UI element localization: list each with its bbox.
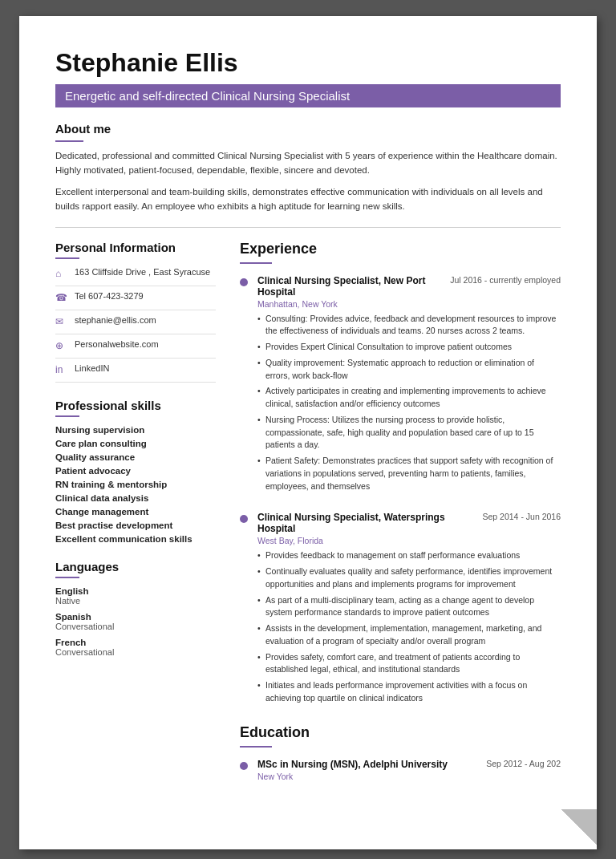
lang-level-french: Conversational: [55, 647, 216, 657]
lang-name-english: English: [55, 586, 216, 596]
exp-location-1: Manhattan, New York: [257, 299, 561, 309]
personal-info-title: Personal Information: [55, 241, 216, 254]
left-column: Personal Information ⌂ 163 Cliffside Dri…: [55, 241, 216, 801]
skill-8: Best practise development: [55, 521, 216, 530]
tagline: Energetic and self-directed Clinical Nur…: [55, 84, 561, 107]
personal-info-underline: [55, 257, 79, 259]
edu-content-1: MSc in Nursing (MSN), Adelphi University…: [257, 759, 561, 785]
bullet-1-3: Quality improvement: Systematic approach…: [257, 357, 561, 383]
contact-website: ⊕ Personalwebsite.com: [55, 339, 216, 359]
skills-section: Professional skills Nursing supervision …: [55, 399, 216, 544]
page-number: 2/2: [569, 828, 581, 837]
experience-item-1: Clinical Nursing Specialist, New Port Ho…: [240, 275, 561, 496]
bullet-2-6: Initiates and leads performance improvem…: [257, 679, 561, 705]
language-french: French Conversational: [55, 638, 216, 657]
exp-header-1: Clinical Nursing Specialist, New Port Ho…: [257, 275, 561, 298]
skill-9: Excellent communication skills: [55, 534, 216, 544]
phone-text: Tel 607-423-3279: [75, 291, 144, 301]
experience-underline: [240, 262, 272, 264]
two-column-layout: Personal Information ⌂ 163 Cliffside Dri…: [55, 241, 561, 801]
about-paragraph1: Dedicated, professional and committed Cl…: [55, 148, 561, 178]
language-spanish: Spanish Conversational: [55, 612, 216, 631]
home-icon: ⌂: [55, 268, 68, 281]
exp-bullets-1: Consulting: Provides advice, feedback an…: [257, 313, 561, 493]
bullet-2-3: As part of a multi-disciplinary team, ac…: [257, 594, 561, 620]
email-icon: ✉: [55, 316, 68, 329]
lang-level-spanish: Conversational: [55, 622, 216, 631]
email-text: stephanie@ellis.com: [75, 315, 156, 325]
edu-header-1: MSc in Nursing (MSN), Adelphi University…: [257, 759, 561, 770]
bullet-2-2: Continually evaluates quality and safety…: [257, 565, 561, 591]
linkedin-icon: in: [55, 364, 68, 377]
exp-dot-1: [240, 278, 248, 286]
languages-underline: [55, 577, 79, 578]
education-underline: [240, 746, 272, 748]
contact-linkedin: in LinkedIN: [55, 363, 216, 383]
linkedin-text: LinkedIN: [75, 363, 109, 373]
bullet-1-5: Nursing Process: Utilizes the nursing pr…: [257, 414, 561, 452]
edu-date-1: Sep 2012 - Aug 202: [486, 759, 561, 768]
lang-name-french: French: [55, 638, 216, 647]
bullet-1-6: Patient Safety: Demonstrates practices t…: [257, 455, 561, 492]
skill-5: RN training & mentorship: [55, 480, 216, 489]
edu-location-1: New York: [257, 772, 561, 781]
exp-title-2: Clinical Nursing Specialist, Waterspring…: [257, 512, 475, 534]
education-title: Education: [240, 724, 561, 741]
skill-2: Care plan consulting: [55, 439, 216, 448]
languages-title: Languages: [55, 560, 216, 573]
exp-dot-2: [240, 515, 248, 523]
about-underline: [55, 140, 83, 142]
experience-section: Experience Clinical Nursing Specialist, …: [240, 241, 561, 708]
bullet-2-4: Assists in the development, implementati…: [257, 622, 561, 648]
contact-phone: ☎ Tel 607-423-3279: [55, 291, 216, 310]
bullet-2-1: Provides feedback to management on staff…: [257, 549, 561, 562]
about-section: About me Dedicated, professional and com…: [55, 122, 561, 214]
language-english: English Native: [55, 586, 216, 606]
exp-title-1: Clinical Nursing Specialist, New Port Ho…: [257, 275, 442, 298]
skill-7: Change management: [55, 507, 216, 517]
skill-4: Patient advocacy: [55, 466, 216, 476]
exp-location-2: West Bay, Florida: [257, 536, 561, 545]
experience-title: Experience: [240, 241, 561, 257]
skill-1: Nursing supervision: [55, 425, 216, 435]
bullet-2-5: Provides safety, comfort care, and treat…: [257, 651, 561, 677]
experience-item-2: Clinical Nursing Specialist, Waterspring…: [240, 512, 561, 707]
lang-level-english: Native: [55, 596, 216, 606]
web-icon: ⊕: [55, 340, 68, 353]
bullet-1-2: Provides Expert Clinical Consultation to…: [257, 341, 561, 354]
edu-dot-1: [240, 762, 248, 770]
contact-email: ✉ stephanie@ellis.com: [55, 315, 216, 334]
phone-icon: ☎: [55, 292, 68, 305]
exp-content-2: Clinical Nursing Specialist, Waterspring…: [257, 512, 561, 707]
lang-name-spanish: Spanish: [55, 612, 216, 622]
education-section: Education MSc in Nursing (MSN), Adelphi …: [240, 724, 561, 785]
address-text: 163 Cliffside Drive , East Syracuse: [75, 267, 210, 277]
skill-6: Clinical data analysis: [55, 493, 216, 503]
personal-info-section: Personal Information ⌂ 163 Cliffside Dri…: [55, 241, 216, 383]
divider: [55, 227, 561, 228]
right-column: Experience Clinical Nursing Specialist, …: [240, 241, 561, 801]
website-text: Personalwebsite.com: [75, 339, 159, 349]
skills-underline: [55, 415, 79, 417]
exp-header-2: Clinical Nursing Specialist, Waterspring…: [257, 512, 561, 534]
exp-date-2: Sep 2014 - Jun 2016: [483, 512, 561, 521]
about-title: About me: [55, 122, 561, 136]
edu-degree-1: MSc in Nursing (MSN), Adelphi University: [257, 759, 448, 770]
skills-title: Professional skills: [55, 399, 216, 412]
bullet-1-4: Actively participates in creating and im…: [257, 385, 561, 411]
exp-bullets-2: Provides feedback to management on staff…: [257, 549, 561, 704]
about-paragraph2: Excellent interpersonal and team-buildin…: [55, 184, 561, 214]
exp-date-1: Jul 2016 - currently employed: [450, 275, 561, 285]
contact-address: ⌂ 163 Cliffside Drive , East Syracuse: [55, 267, 216, 286]
bullet-1-1: Consulting: Provides advice, feedback an…: [257, 313, 561, 338]
exp-content-1: Clinical Nursing Specialist, New Port Ho…: [257, 275, 561, 496]
languages-section: Languages English Native Spanish Convers…: [55, 560, 216, 657]
education-item-1: MSc in Nursing (MSN), Adelphi University…: [240, 759, 561, 785]
candidate-name: Stephanie Ellis: [55, 48, 561, 78]
resume-page: Stephanie Ellis Energetic and self-direc…: [19, 16, 597, 849]
skill-3: Quality assurance: [55, 452, 216, 462]
